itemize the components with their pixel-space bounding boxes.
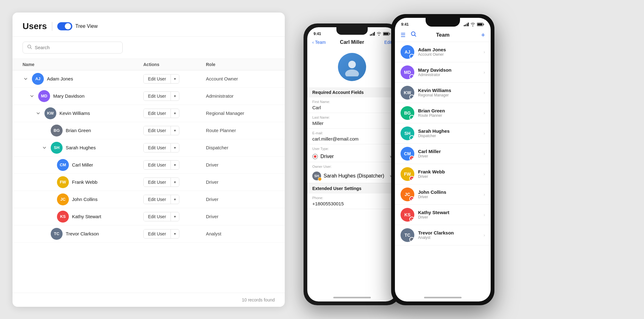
tree-view-toggle[interactable]: [57, 22, 72, 30]
user-name: Mary Davidson: [53, 93, 84, 99]
svg-point-4: [348, 61, 356, 68]
edit-user-button[interactable]: Edit User ▾: [143, 160, 179, 170]
list-item[interactable]: FW ● Frank Webb Driver ›: [395, 164, 491, 184]
chevron-down-icon[interactable]: ▾: [171, 161, 179, 169]
team-member-name: John Collins: [418, 189, 483, 195]
team-avatar: TC: [401, 228, 414, 242]
team-info: Carl Miller Driver: [418, 149, 483, 158]
user-type-select[interactable]: Driver ∨: [307, 151, 397, 162]
role-badge: ●: [409, 196, 414, 201]
action-cell: Edit User ▾: [143, 229, 206, 239]
desktop-panel: Users Tree View Name Actions Role: [13, 13, 285, 307]
chevron-down-icon[interactable]: ▾: [171, 213, 179, 221]
extended-section-header: Extended User Settings: [307, 183, 397, 193]
list-item[interactable]: BG Brian Green Route Planner ›: [395, 103, 491, 123]
chevron-right-icon: ›: [483, 49, 485, 54]
back-phone-title: Carl Miller: [340, 39, 364, 45]
table-header: Name Actions Role: [13, 59, 285, 70]
edit-user-button[interactable]: Edit User ▾: [143, 195, 179, 204]
user-name: Frank Webb: [72, 179, 97, 185]
team-member-role: Account Owner: [418, 52, 483, 57]
expand-btn[interactable]: [35, 110, 41, 116]
front-search-icon[interactable]: [411, 31, 417, 39]
table-row: SH Sarah Hughes Edit User ▾ Dispatcher: [13, 139, 285, 157]
signal-icon: [370, 32, 375, 36]
add-icon[interactable]: +: [481, 31, 485, 39]
last-name-field: Last Name: Miller: [307, 113, 397, 129]
chevron-down-icon[interactable]: ▾: [171, 230, 179, 238]
back-button[interactable]: ‹ Team: [312, 40, 326, 45]
edit-user-button[interactable]: Edit User ▾: [143, 109, 179, 118]
action-cell: Edit User ▾: [143, 195, 206, 204]
phone-label: Phone:: [307, 193, 397, 200]
expand-btn[interactable]: [41, 145, 48, 151]
table-row: JC John Collins Edit User ▾ Driver: [13, 191, 285, 208]
role-cell: Driver: [206, 197, 275, 202]
team-member-role: Driver: [418, 215, 483, 219]
list-item[interactable]: JC ● John Collins Driver ›: [395, 184, 491, 205]
chevron-down-icon[interactable]: ▾: [171, 75, 179, 83]
team-member-name: Kathy Stewart: [418, 210, 483, 215]
role-cell: Regional Manager: [206, 111, 275, 116]
back-phone-nav: ‹ Team Carl Miller Edit: [307, 38, 397, 48]
required-section-header: Required Account Fields: [307, 87, 397, 97]
edit-btn-label: Edit User: [144, 161, 171, 169]
avatar: SH: [51, 142, 63, 154]
search-input[interactable]: [35, 45, 118, 50]
edit-user-button[interactable]: Edit User ▾: [143, 229, 179, 239]
edit-user-button[interactable]: Edit User ▾: [143, 91, 179, 101]
edit-user-button[interactable]: Edit User ▾: [143, 212, 179, 221]
user-name: Kevin Williams: [59, 111, 90, 116]
table-row: KW Kevin Williams Edit User ▾ Regional M…: [13, 105, 285, 122]
list-item[interactable]: SH Sarah Hughes Dispatcher ›: [395, 123, 491, 144]
chevron-right-icon: ›: [483, 192, 485, 197]
expand-btn[interactable]: [29, 93, 35, 99]
edit-btn-label: Edit User: [144, 109, 171, 118]
list-item[interactable]: TC Trevor Clarkson Analyst ›: [395, 225, 491, 245]
back-phone-edit-btn[interactable]: Edit: [384, 40, 392, 45]
edit-user-button[interactable]: Edit User ▾: [143, 126, 179, 135]
list-item[interactable]: KW Kevin Williams Regional Manager ›: [395, 83, 491, 103]
search-box[interactable]: [23, 42, 123, 54]
chevron-down-icon[interactable]: ▾: [171, 109, 179, 117]
edit-btn-label: Edit User: [144, 212, 171, 221]
action-cell: Edit User ▾: [143, 91, 206, 101]
user-cell: FW Frank Webb: [23, 176, 143, 188]
team-avatar: KS ●: [401, 208, 414, 222]
chevron-down-icon[interactable]: ▾: [171, 126, 179, 135]
edit-btn-label: Edit User: [144, 178, 171, 187]
chevron-down-icon[interactable]: ▾: [171, 144, 179, 152]
user-cell: CM Carl Miller: [23, 159, 143, 171]
list-item[interactable]: CM ● Carl Miller Driver ›: [395, 144, 491, 164]
chevron-down-icon[interactable]: ▾: [171, 195, 179, 203]
avatar: KS: [57, 211, 69, 223]
team-info: John Collins Driver: [418, 189, 483, 199]
edit-btn-label: Edit User: [144, 143, 171, 152]
email-label: E-mail:: [307, 129, 397, 136]
chevron-down-icon[interactable]: ▾: [171, 92, 179, 100]
edit-user-button[interactable]: Edit User ▾: [143, 178, 179, 187]
hamburger-icon[interactable]: ☰: [401, 32, 406, 39]
phone-front: 9:41: [391, 14, 494, 305]
edit-user-button[interactable]: Edit User ▾: [143, 143, 179, 152]
chevron-right-icon: ›: [483, 111, 485, 116]
user-type-label: User Type:: [307, 144, 397, 151]
email-value: carl.miller@email.com: [307, 136, 397, 144]
owner-select[interactable]: SH Sarah Hughes (Dispatcher) ∨: [307, 169, 397, 183]
first-name-value: Carl: [307, 104, 397, 113]
expand-btn[interactable]: [23, 76, 29, 82]
user-name: Kathy Stewart: [72, 214, 101, 219]
avatar: AJ: [32, 73, 44, 85]
edit-user-button[interactable]: Edit User ▾: [143, 74, 179, 84]
list-item[interactable]: MD Mary Davidson Administrator ›: [395, 62, 491, 83]
edit-btn-label: Edit User: [144, 229, 171, 238]
list-item[interactable]: KS ● Kathy Stewart Driver ›: [395, 205, 491, 225]
user-name: Brian Green: [66, 128, 91, 133]
chevron-down-icon[interactable]: ▾: [171, 178, 179, 186]
chevron-right-icon: ›: [483, 172, 485, 177]
edit-btn-label: Edit User: [144, 92, 171, 100]
list-item[interactable]: AJ Adam Jones Account Owner ›: [395, 42, 491, 62]
first-name-label: First Name:: [307, 97, 397, 104]
chevron-right-icon: ›: [483, 212, 485, 217]
owner-avatar: SH: [312, 172, 321, 180]
